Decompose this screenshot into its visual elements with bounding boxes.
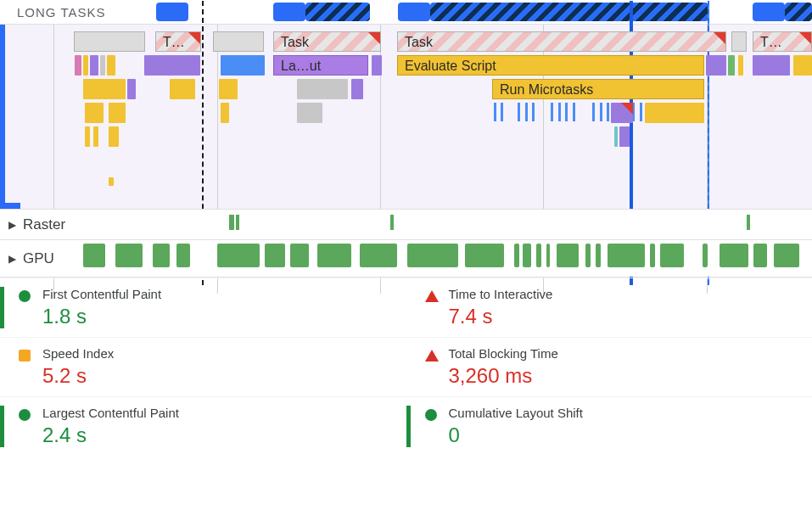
gpu-activity[interactable] <box>720 244 748 267</box>
gpu-activity[interactable] <box>557 244 579 267</box>
flame-task[interactable]: Task <box>397 31 726 52</box>
raster-activity[interactable] <box>747 215 750 230</box>
metric-value: 1.8 s <box>42 305 406 328</box>
gpu-thread-row[interactable]: ▶ GPU <box>0 239 812 277</box>
flame-task[interactable] <box>731 31 747 52</box>
flame-activity[interactable] <box>107 55 115 76</box>
flame-task[interactable]: Task <box>273 31 381 52</box>
flame-activity[interactable] <box>645 103 704 123</box>
raster-activity[interactable] <box>390 215 394 230</box>
metric-accent-bar <box>0 287 4 328</box>
flame-task[interactable] <box>74 31 145 52</box>
metric-name: Cumulative Layout Shift <box>449 406 813 420</box>
status-bad-icon <box>425 290 439 302</box>
flame-activity[interactable] <box>93 126 98 147</box>
flame-activity[interactable] <box>297 79 348 99</box>
gpu-activity[interactable] <box>360 244 397 267</box>
gpu-activity[interactable] <box>290 244 309 267</box>
flame-activity[interactable] <box>219 79 238 99</box>
flame-activity[interactable] <box>83 79 126 99</box>
gpu-activity[interactable] <box>650 244 655 267</box>
metric-lcp[interactable]: Largest Contentful Paint 2.4 s <box>0 396 406 456</box>
expand-icon[interactable]: ▶ <box>8 253 16 265</box>
flame-activity[interactable] <box>221 55 265 76</box>
metric-si[interactable]: Speed Index 5.2 s <box>0 337 406 396</box>
gpu-activity[interactable] <box>536 244 541 267</box>
flame-activity[interactable] <box>611 103 633 123</box>
raster-thread-row[interactable]: ▶ Raster <box>0 209 812 239</box>
long-task-blocking-segment[interactable] <box>305 3 370 21</box>
gpu-activity[interactable] <box>703 244 708 267</box>
gpu-activity[interactable] <box>115 244 143 267</box>
long-task-blocking-segment[interactable] <box>785 3 812 21</box>
gpu-activity[interactable] <box>317 244 351 267</box>
gpu-activity[interactable] <box>407 244 458 267</box>
flame-task[interactable] <box>213 31 264 52</box>
gpu-activity[interactable] <box>585 244 591 267</box>
metric-value: 0 <box>449 423 813 447</box>
long-task-segment[interactable] <box>273 3 305 21</box>
flame-activity[interactable] <box>614 126 618 147</box>
flame-activity[interactable] <box>127 79 136 99</box>
metric-cls[interactable]: Cumulative Layout Shift 0 <box>406 396 813 456</box>
flame-activity[interactable] <box>109 103 126 123</box>
flame-activity[interactable] <box>85 103 104 123</box>
gpu-activity[interactable] <box>753 244 767 267</box>
flame-task[interactable]: T… <box>155 31 201 52</box>
long-task-blocking-segment[interactable] <box>430 3 708 21</box>
flame-run-microtasks[interactable]: Run Microtasks <box>492 79 704 99</box>
flame-activity[interactable] <box>90 55 98 76</box>
gpu-activity[interactable] <box>596 244 601 267</box>
metric-accent-bar <box>0 406 4 447</box>
flame-activity[interactable] <box>738 55 743 76</box>
flame-activity[interactable] <box>85 126 90 147</box>
flame-activity[interactable] <box>728 55 735 76</box>
long-tasks-label: LONG TASKS <box>17 5 105 20</box>
flame-activity[interactable] <box>372 55 382 76</box>
flame-activity[interactable] <box>75 55 81 76</box>
flame-layout-label: La…ut <box>281 59 321 73</box>
flame-activity[interactable] <box>83 55 88 76</box>
long-tasks-track[interactable]: LONG TASKS <box>0 0 812 24</box>
flame-activity[interactable] <box>170 79 195 99</box>
metric-value: 3,260 ms <box>449 364 813 388</box>
flame-activity[interactable] <box>753 55 790 76</box>
thread-name: GPU <box>23 250 54 267</box>
main-thread-flame-chart[interactable]: T… Task Task T… La…ut Evaluate Script <box>0 24 812 209</box>
gpu-activity[interactable] <box>608 244 645 267</box>
status-good-icon <box>19 290 31 302</box>
gpu-activity[interactable] <box>465 244 504 267</box>
flame-activity[interactable] <box>100 55 105 76</box>
raster-activity[interactable] <box>236 215 239 230</box>
long-task-segment[interactable] <box>398 3 430 21</box>
gpu-activity[interactable] <box>153 244 170 267</box>
gpu-activity[interactable] <box>217 244 260 267</box>
flame-activity[interactable] <box>144 55 200 76</box>
gpu-activity[interactable] <box>546 244 550 267</box>
gpu-activity[interactable] <box>660 244 684 267</box>
raster-activity[interactable] <box>229 215 234 230</box>
flame-task[interactable]: T… <box>753 31 812 52</box>
metric-tti[interactable]: Time to Interactive 7.4 s <box>406 277 813 337</box>
metric-fcp[interactable]: First Contentful Paint 1.8 s <box>0 277 406 337</box>
flame-activity[interactable] <box>706 55 726 76</box>
gpu-activity[interactable] <box>83 244 105 267</box>
metric-tbt[interactable]: Total Blocking Time 3,260 ms <box>406 337 813 396</box>
gpu-activity[interactable] <box>523 244 531 267</box>
flame-activity[interactable] <box>619 126 630 147</box>
gpu-activity[interactable] <box>514 244 519 267</box>
flame-layout[interactable]: La…ut <box>273 55 368 76</box>
flame-activity[interactable] <box>351 79 363 99</box>
gpu-activity[interactable] <box>176 244 190 267</box>
flame-activity[interactable] <box>297 103 322 123</box>
flame-evaluate-script[interactable]: Evaluate Script <box>397 55 704 76</box>
flame-activity[interactable] <box>793 55 812 76</box>
gpu-activity[interactable] <box>265 244 285 267</box>
long-task-segment[interactable] <box>753 3 785 21</box>
gpu-activity[interactable] <box>774 244 799 267</box>
flame-activity[interactable] <box>109 126 119 147</box>
flame-activity[interactable] <box>221 103 229 123</box>
long-task-segment[interactable] <box>156 3 188 21</box>
flame-activity[interactable] <box>109 177 114 186</box>
expand-icon[interactable]: ▶ <box>8 219 16 231</box>
